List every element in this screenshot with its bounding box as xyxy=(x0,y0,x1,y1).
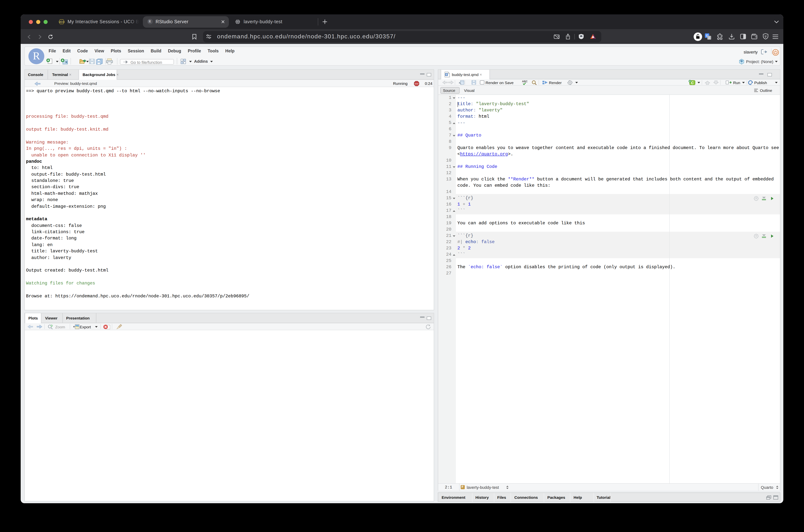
svg-text:R: R xyxy=(65,61,68,64)
svg-text:R: R xyxy=(740,59,743,63)
svg-text:文: 文 xyxy=(708,36,710,39)
svg-text:C: C xyxy=(691,81,693,85)
svg-text:UCO: UCO xyxy=(59,20,64,23)
svg-text:STOP: STOP xyxy=(414,83,418,84)
svg-text:ABC: ABC xyxy=(522,80,527,83)
